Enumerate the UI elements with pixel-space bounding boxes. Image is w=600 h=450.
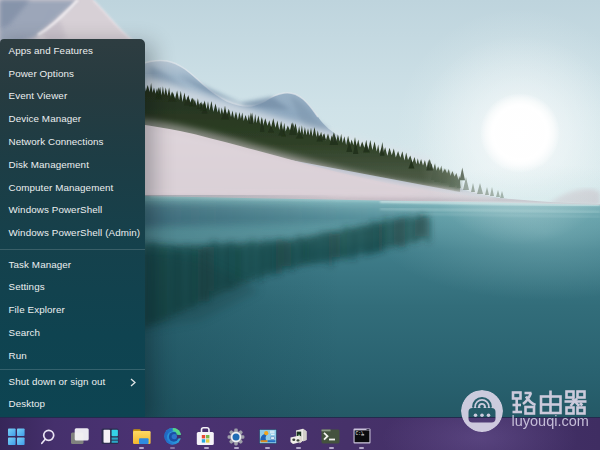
svg-text:luyouqi.com: luyouqi.com — [512, 413, 589, 429]
svg-text:C:\: C:\ — [355, 431, 364, 436]
